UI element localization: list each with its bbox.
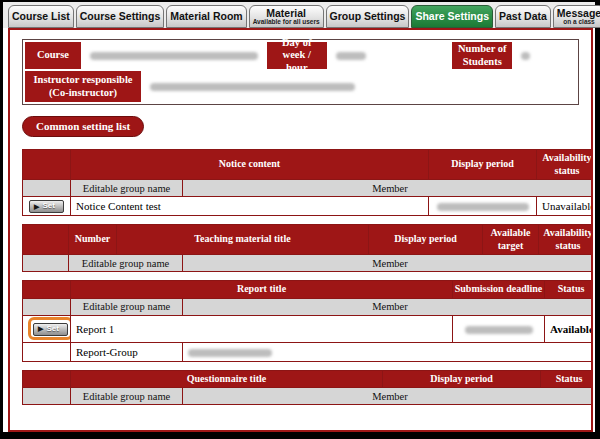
notice-set-col-header [23, 150, 71, 180]
material-number-header: Number [69, 225, 117, 255]
report-editable-group-header: Editable group name [71, 298, 183, 315]
highlight-outline: ▶Set [28, 317, 71, 339]
tab-group-settings[interactable]: Group Settings [326, 5, 410, 28]
tab-label: Message [557, 8, 600, 19]
tab-label: Material [266, 8, 306, 19]
blurred-day-value [336, 52, 366, 60]
course-name-value [83, 42, 265, 69]
notice-status-cell: Unavailable [537, 197, 594, 216]
report-deadline-header: Submission deadline [453, 281, 545, 299]
instructor-value [143, 71, 576, 102]
tab-message[interactable]: Message on a class [553, 5, 600, 28]
questionnaire-header-row: Questionnaire title Display period Statu… [23, 370, 594, 388]
day-of-week-value [329, 42, 451, 69]
questionnaire-member-header: Member [183, 388, 594, 405]
common-setting-list-button[interactable]: Common setting list [22, 116, 144, 137]
questionnaire-subheader-row: Editable group name Member [23, 388, 594, 405]
report-header-row: Report title Submission deadline Status [23, 281, 594, 299]
questionnaire-title-header: Questionnaire title [71, 370, 383, 388]
notice-editable-group-header: Editable group name [71, 180, 183, 197]
material-subheader-row: Editable group name Member [23, 255, 594, 272]
report-status-cell: Available [545, 315, 594, 342]
report-status-header: Status [545, 281, 594, 299]
tab-sublabel: Available for all users [253, 19, 320, 26]
report-group-row: Report-Group [23, 342, 594, 361]
report-table: Report title Submission deadline Status … [22, 280, 593, 362]
play-icon: ▶ [38, 325, 43, 333]
notice-member-header: Member [183, 180, 594, 197]
instructor-label: Instructor responsible (Co-instructor) [25, 71, 141, 102]
number-of-students-label: Number of Students [452, 42, 512, 69]
notice-display-period-header: Display period [429, 150, 537, 180]
notice-set-button[interactable]: ▶Set [29, 200, 64, 213]
course-info-row: Course Day of week / hour Number of Stud… [25, 42, 576, 69]
blurred-course-name [90, 52, 258, 60]
tab-course-settings[interactable]: Course Settings [76, 5, 165, 28]
questionnaire-editable-group-header: Editable group name [71, 388, 183, 405]
questionnaire-display-period-header: Display period [383, 370, 541, 388]
report-member-header: Member [183, 298, 594, 315]
report-group-member-cell [183, 342, 594, 361]
notice-content-header: Notice content [71, 150, 429, 180]
tab-material-all-users[interactable]: Material Available for all users [249, 5, 324, 28]
report-title-cell: Report 1 [71, 315, 453, 342]
course-label: Course [25, 42, 81, 69]
material-member-header: Member [183, 255, 594, 272]
app-window: { "tabs": [ { "label": "Course List" }, … [0, 0, 600, 439]
tab-bar: Course List Course Settings Material Roo… [3, 2, 595, 28]
play-icon: ▶ [34, 203, 39, 211]
teaching-material-table: Number Teaching material title Display p… [22, 224, 593, 272]
notice-period-cell [429, 197, 537, 216]
tab-course-list[interactable]: Course List [8, 5, 74, 28]
notice-subheader-row: Editable group name Member [23, 180, 594, 197]
report-group-name-cell: Report-Group [71, 342, 183, 361]
report-subheader-row: Editable group name Member [23, 298, 594, 315]
questionnaire-table: Questionnaire title Display period Statu… [22, 370, 593, 406]
report-set-col-header [23, 281, 71, 299]
material-display-period-header: Display period [369, 225, 483, 255]
share-settings-panel: Course Day of week / hour Number of Stud… [8, 28, 593, 432]
notice-availability-status-header: Availability status [537, 150, 594, 180]
tab-label: Material Room [170, 11, 242, 22]
blurred-report-deadline [465, 326, 533, 334]
tab-share-settings[interactable]: Share Settings [411, 5, 493, 28]
blurred-notice-period [437, 203, 529, 211]
blurred-students-count [521, 52, 530, 60]
tab-material-room[interactable]: Material Room [166, 5, 246, 28]
material-set-col-header [23, 225, 69, 255]
questionnaire-set-col-header [23, 370, 71, 388]
notice-header-row: Notice content Display period Availabili… [23, 150, 594, 180]
report-set-button[interactable]: ▶Set [33, 323, 68, 336]
course-info-box: Course Day of week / hour Number of Stud… [22, 39, 579, 105]
material-editable-group-header: Editable group name [69, 255, 183, 272]
tab-label: Group Settings [330, 11, 406, 22]
screen: Course List Course Settings Material Roo… [3, 2, 595, 432]
notice-row: ▶Set Notice Content test Unavailable [23, 197, 594, 216]
tab-label: Course List [12, 11, 70, 22]
notice-title-cell: Notice Content test [71, 197, 429, 216]
tab-label: Past Data [499, 11, 547, 22]
material-available-target-header: Available target [483, 225, 539, 255]
tab-past-data[interactable]: Past Data [495, 5, 551, 28]
blurred-instructor-name [150, 83, 355, 91]
instructor-row: Instructor responsible (Co-instructor) [25, 71, 576, 102]
day-of-week-label: Day of week / hour [267, 42, 327, 69]
report-title-header: Report title [71, 281, 453, 299]
material-availability-status-header: Availability status [539, 225, 594, 255]
report-row: ▶Set Report 1 Available [23, 315, 594, 342]
notice-table: Notice content Display period Availabili… [22, 149, 593, 216]
material-title-header: Teaching material title [117, 225, 369, 255]
tab-sublabel: on a class [563, 19, 594, 26]
report-deadline-cell [453, 315, 545, 342]
material-header-row: Number Teaching material title Display p… [23, 225, 594, 255]
number-of-students-value [514, 42, 576, 69]
tab-label: Course Settings [80, 11, 161, 22]
questionnaire-status-header: Status [541, 370, 594, 388]
tab-label: Share Settings [415, 11, 489, 22]
blurred-report-members [188, 349, 272, 357]
